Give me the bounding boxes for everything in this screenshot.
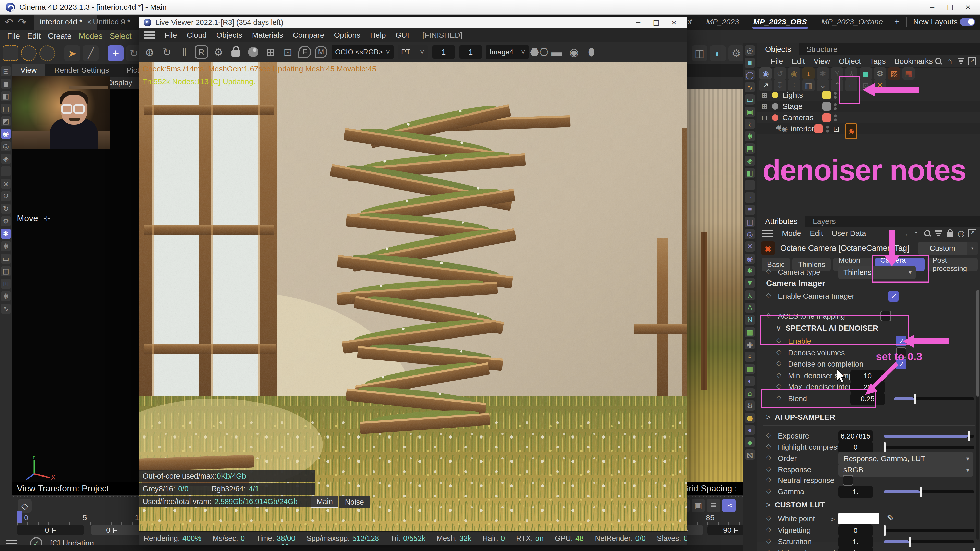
octane-camera-tag-icon[interactable]: ◉	[845, 124, 858, 139]
denoise-completion-checkbox[interactable]	[896, 359, 907, 369]
cloth-icon[interactable]: ▼	[745, 278, 755, 288]
stop-kernel-icon[interactable]: ⊛	[143, 45, 156, 59]
disc-icon[interactable]: ◒	[745, 351, 755, 362]
axis-mode-icon[interactable]: ∟	[1, 166, 11, 176]
attr-filter-icon[interactable]	[933, 228, 944, 239]
expand-icon[interactable]: ⊞	[760, 102, 768, 111]
brush-icon[interactable]: ╱	[83, 45, 99, 61]
mix-icon[interactable]: ✕	[745, 241, 755, 251]
omenu-tags[interactable]: Tags	[870, 57, 886, 65]
blend-slider[interactable]	[894, 397, 974, 400]
layer-color[interactable]	[822, 91, 831, 100]
up-icon[interactable]: ↑	[911, 228, 922, 239]
tab-render-settings[interactable]: Render Settings	[45, 64, 118, 76]
param-diamond[interactable]	[766, 525, 771, 533]
filter-icon[interactable]	[955, 56, 966, 67]
obj-figure-icon[interactable]: ⅄	[845, 67, 858, 79]
exposure-field[interactable]: 6.207815	[838, 430, 873, 442]
obj-drop2-icon[interactable]: ⁘	[788, 79, 800, 91]
attr-hamburger-icon[interactable]	[762, 230, 773, 237]
lv-minimize-icon[interactable]: −	[629, 17, 647, 27]
obj-gear-icon[interactable]: ⚙	[874, 67, 886, 79]
polygon-mode-icon[interactable]: ◈	[1, 154, 11, 164]
redo-icon[interactable]: ↷	[18, 16, 27, 28]
obj-chev-down-icon[interactable]: ⌄	[817, 79, 829, 91]
window-titlebar[interactable]: Cinema 4D 2023.1.3 - [interior.c4d *] - …	[0, 0, 980, 14]
white-point-swatch[interactable]	[838, 513, 879, 524]
focus-pick-icon[interactable]: F	[298, 46, 311, 59]
coord-icon[interactable]: ◫	[692, 45, 708, 61]
param-diamond[interactable]	[776, 370, 781, 379]
new-layouts-toggle[interactable]	[959, 18, 975, 26]
lvmenu-objects[interactable]: Objects	[216, 31, 242, 40]
live-select-icon[interactable]: ➤	[64, 45, 80, 61]
window-maximize-icon[interactable]: □	[941, 2, 959, 12]
home-icon[interactable]: ⌂	[944, 56, 955, 67]
add-region-icon[interactable]: ⊞	[264, 45, 277, 59]
tab-structure[interactable]: Structure	[799, 43, 845, 55]
layout-tab-mp2023obs[interactable]: MP_2023_OBS	[751, 14, 809, 30]
gear-dock-icon[interactable]: ⚙	[745, 400, 755, 411]
mat-dock-icon[interactable]: ●	[745, 425, 755, 435]
circle-field-icon[interactable]: ◎	[745, 229, 755, 239]
char-a-icon[interactable]: A	[745, 303, 755, 313]
param-diamond[interactable]	[766, 453, 771, 461]
obj-key2-icon[interactable]: ⊡	[859, 79, 872, 91]
keying-filter-icon[interactable]: ✂	[722, 499, 735, 512]
tree-row-stage[interactable]: ⊞ Stage	[757, 101, 980, 112]
tab-layers[interactable]: Layers	[805, 216, 843, 227]
plane-icon[interactable]: ▭	[745, 94, 755, 105]
gear-tool-icon[interactable]: ⚙	[729, 45, 744, 61]
lvmenu-materials[interactable]: Materials	[252, 31, 283, 40]
material-pick-icon[interactable]: M	[315, 46, 328, 59]
gamma-field[interactable]: 1.	[838, 486, 873, 498]
nr-icon[interactable]: N	[745, 315, 755, 325]
lvmenu-cloud[interactable]: Cloud	[186, 31, 207, 40]
obj-chev-up-icon[interactable]: ⌃	[831, 79, 843, 91]
joint-icon[interactable]: ⅄	[745, 290, 755, 300]
lvmenu-help[interactable]: Help	[370, 31, 386, 40]
wrap-icon[interactable]: ◈	[745, 156, 755, 166]
lv-close-icon[interactable]: ×	[665, 17, 683, 27]
param-diamond[interactable]	[766, 536, 771, 545]
arc-icon[interactable]: ∿	[745, 82, 755, 92]
omenu-view[interactable]: View	[814, 57, 830, 65]
visibility-dots[interactable]	[834, 113, 837, 122]
lv-maximize-icon[interactable]: □	[647, 17, 665, 27]
window-minimize-icon[interactable]: −	[923, 2, 941, 12]
visibility-dots[interactable]	[834, 91, 837, 100]
param-diamond[interactable]	[766, 267, 771, 275]
rows-icon[interactable]: ▥	[745, 327, 755, 337]
vignetting-field[interactable]: 0	[838, 524, 873, 537]
param-diamond[interactable]	[776, 359, 781, 367]
tree-row-interior[interactable]: 🎥︎◉ interior ⊡ ◉	[757, 124, 980, 134]
vignetting-slider[interactable]	[883, 529, 974, 532]
add-layout-button[interactable]: +	[894, 17, 900, 27]
layer-color[interactable]	[822, 113, 831, 122]
param-diamond[interactable]	[766, 486, 771, 494]
home-dock-icon[interactable]: ⌂	[745, 388, 755, 399]
menu-select[interactable]: Select	[110, 32, 131, 41]
reset-icon[interactable]: R	[195, 45, 208, 59]
subsample-field-1[interactable]: 1	[432, 45, 455, 59]
obj-paste-icon[interactable]: ◉	[788, 67, 800, 79]
tiles-icon[interactable]: ◫	[745, 217, 755, 227]
param-diamond[interactable]	[776, 393, 781, 402]
lvmenu-options[interactable]: Options	[334, 31, 360, 40]
param-diamond[interactable]	[766, 513, 771, 521]
obj-undo-icon[interactable]: ↺	[774, 67, 786, 79]
attr-export-icon[interactable]	[967, 228, 978, 239]
amenu-mode[interactable]: Mode	[782, 229, 801, 238]
response-dropdown[interactable]: sRGB▾	[838, 463, 974, 476]
lvmenu-compare[interactable]: Compare	[293, 31, 324, 40]
viewport-filter-icon[interactable]: ✱	[1, 229, 11, 239]
tab-main-pass[interactable]: Main	[311, 495, 339, 508]
param-diamond[interactable]	[776, 336, 781, 344]
ocio-dropdown[interactable]: OCIO:<sRGB>˅	[331, 45, 393, 59]
denoise-volumes-checkbox[interactable]	[896, 348, 907, 358]
omenu-file[interactable]: File	[771, 57, 783, 65]
sphere-icon[interactable]	[246, 45, 260, 59]
obj-converge-icon[interactable]: ✕	[874, 79, 886, 91]
obj-texture-icon[interactable]: ▨	[888, 67, 900, 79]
array-icon[interactable]: ▤	[745, 143, 755, 154]
